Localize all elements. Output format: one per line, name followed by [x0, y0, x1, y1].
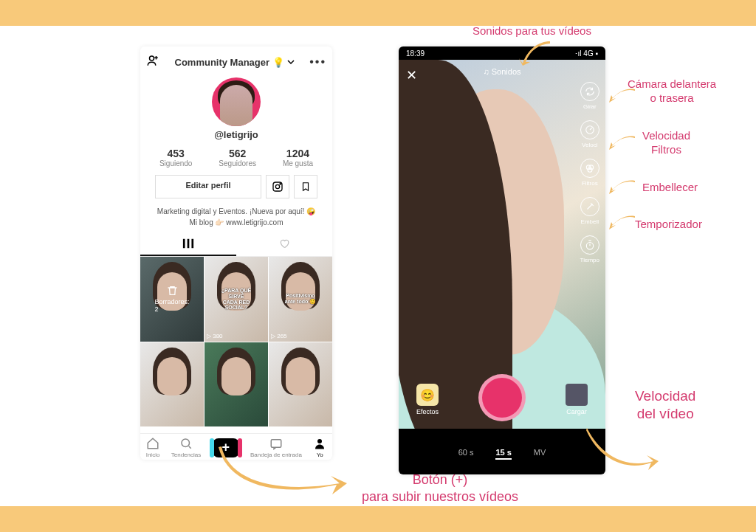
- annotation-speed-filters: VelocidadFiltros: [642, 129, 690, 157]
- annotation-video-speed: Velocidaddel vídeo: [635, 387, 695, 423]
- tiktok-camera-phone: 18:39･ıl 4G ▪ ✕ ♫ Sonidos Girar Veloci F…: [399, 46, 605, 474]
- decorative-band-bottom: [0, 506, 756, 532]
- feed-tab[interactable]: [140, 234, 236, 256]
- svg-point-0: [150, 56, 154, 61]
- arrow-icon: [517, 38, 554, 77]
- video-tile[interactable]: Positivismo ante todo 😊 ▷ 265: [269, 257, 332, 342]
- arrow-icon: [607, 86, 636, 108]
- annotation-plus-button: Botón (+)para subir nuestros vídeos: [362, 471, 518, 505]
- arrow-icon: [214, 443, 354, 505]
- status-bar: 18:39･ıl 4G ▪: [399, 48, 605, 59]
- username: @letigrijo: [140, 129, 332, 140]
- video-tile[interactable]: ¿PARA QUÉ SIRVE CADA RED SOCIAL? ▷ 380: [205, 257, 268, 342]
- record-button[interactable]: [478, 374, 526, 421]
- edit-profile-button[interactable]: Editar perfil: [155, 175, 261, 198]
- arrow-icon: [607, 134, 636, 156]
- svg-rect-6: [191, 239, 193, 248]
- camera-side-tools: Girar Veloci Filtros Embell Tiempo: [580, 82, 599, 263]
- following-stat[interactable]: 453Siguiendo: [159, 148, 192, 167]
- more-icon[interactable]: •••: [309, 55, 326, 69]
- speed-button[interactable]: Veloci: [580, 120, 599, 148]
- video-tile[interactable]: [269, 342, 332, 427]
- svg-point-2: [275, 184, 279, 188]
- svg-rect-4: [183, 239, 185, 248]
- profile-title[interactable]: Community Manager 💡: [175, 57, 284, 68]
- effects-button[interactable]: 😊Efectos: [416, 384, 439, 415]
- profile-bio: Marketing digital y Eventos. ¡Nueva por …: [140, 206, 332, 234]
- svg-point-14: [586, 243, 593, 249]
- upload-button[interactable]: Cargar: [566, 384, 588, 415]
- annotation-sounds: Sonidos para tus vídeos: [472, 24, 591, 38]
- svg-point-13: [588, 167, 592, 172]
- duration-modes: 60 s 15 s MV: [399, 448, 605, 460]
- bookmark-button[interactable]: [294, 175, 317, 198]
- mode-15s[interactable]: 15 s: [495, 448, 511, 460]
- nav-trends[interactable]: Tendencias: [171, 437, 201, 458]
- close-icon[interactable]: ✕: [406, 67, 417, 83]
- filters-button[interactable]: Filtros: [580, 159, 599, 187]
- instagram-link-button[interactable]: [266, 175, 289, 198]
- decorative-band-top: [0, 0, 756, 26]
- arrow-icon: [607, 213, 636, 235]
- svg-rect-5: [188, 239, 190, 248]
- annotation-camera: Cámara delanterao trasera: [628, 77, 716, 106]
- svg-point-3: [280, 184, 281, 184]
- camera-preview: [399, 60, 605, 429]
- nav-home[interactable]: Inicio: [146, 437, 160, 458]
- likes-stat[interactable]: 1204Me gusta: [283, 148, 313, 167]
- annotation-beautify: Embellecer: [642, 181, 698, 195]
- avatar[interactable]: [212, 77, 261, 126]
- drafts-tile[interactable]: Borradores: 2: [140, 257, 204, 342]
- video-grid: Borradores: 2 ¿PARA QUÉ SIRVE CADA RED S…: [140, 257, 332, 426]
- sounds-button[interactable]: ♫ Sonidos: [483, 67, 520, 76]
- annotation-timer: Temporizador: [635, 218, 702, 232]
- video-tile[interactable]: [205, 342, 268, 427]
- profile-stats: 453Siguiendo 562Seguidores 1204Me gusta: [146, 148, 326, 167]
- svg-point-7: [182, 439, 190, 447]
- mode-60s[interactable]: 60 s: [458, 448, 474, 460]
- tiktok-profile-phone: Community Manager 💡 ••• @letigrijo 453Si…: [140, 46, 332, 460]
- beautify-button[interactable]: Embell: [580, 197, 599, 225]
- timer-button[interactable]: Tiempo: [580, 235, 599, 263]
- arrow-icon: [583, 424, 664, 479]
- chevron-down-icon: [287, 58, 295, 66]
- followers-stat[interactable]: 562Seguidores: [219, 148, 256, 167]
- video-tile[interactable]: [140, 342, 204, 427]
- liked-tab[interactable]: [236, 234, 332, 256]
- mode-mv[interactable]: MV: [534, 448, 546, 460]
- flip-camera-button[interactable]: Girar: [580, 82, 599, 110]
- arrow-icon: [607, 178, 636, 200]
- add-friends-icon[interactable]: [146, 54, 159, 70]
